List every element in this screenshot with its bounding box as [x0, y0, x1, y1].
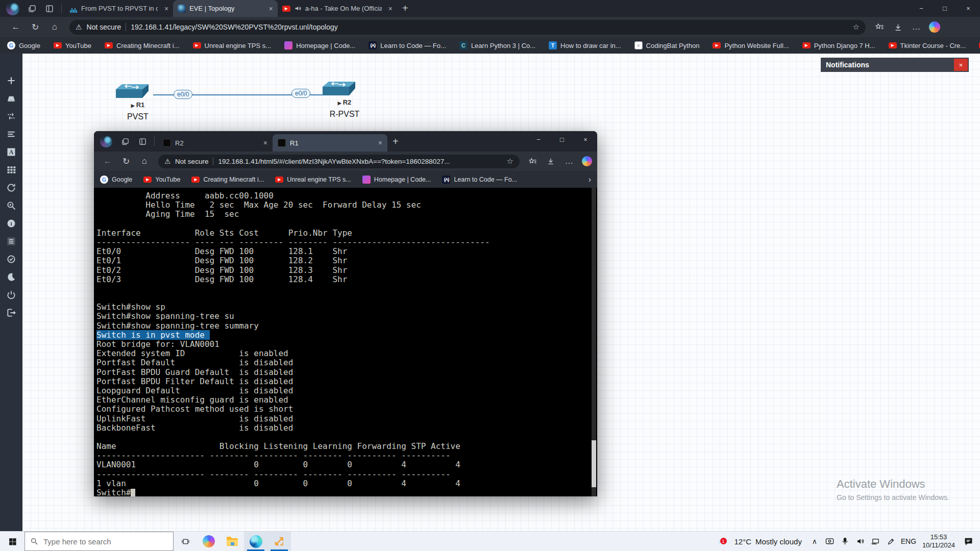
close-icon[interactable]: × [263, 139, 267, 147]
bookmarks-overflow-chevron-icon[interactable]: › [589, 175, 591, 184]
copilot-icon[interactable] [929, 21, 940, 33]
tab-r2[interactable]: R2 × [158, 135, 273, 151]
address-bar[interactable]: ⚠ Not secure 192.168.1.41/legacy/SW%20SW… [69, 20, 866, 35]
not-secure-warning-icon[interactable]: ⚠ [164, 157, 170, 165]
language-indicator[interactable]: ENG [899, 537, 918, 545]
minimize-button[interactable]: − [910, 0, 933, 17]
refresh-icon[interactable]: ↻ [27, 19, 44, 35]
bookmark-youtube[interactable]: YouTube [143, 176, 180, 183]
zoom-icon[interactable] [6, 200, 17, 211]
node-r1[interactable]: ▶R1 PVST [115, 83, 161, 121]
close-button[interactable]: × [957, 0, 980, 17]
node-r2[interactable]: ▶R2 R-PVST [322, 80, 368, 119]
interface-label-b[interactable]: e0/0 [291, 89, 310, 98]
info-icon[interactable]: i [6, 218, 17, 229]
edge-app-button[interactable] [244, 532, 267, 551]
home-icon[interactable]: ⌂ [46, 19, 63, 35]
network-icon[interactable] [868, 538, 884, 545]
close-icon[interactable]: × [378, 139, 382, 147]
eve-client-app-button[interactable] [267, 532, 291, 551]
start-button[interactable] [0, 532, 24, 551]
url-text[interactable]: 192.168.1.41/html5/#/client/MzI3NjkAYwBt… [218, 158, 502, 165]
back-icon[interactable]: ← [99, 154, 116, 169]
copilot-icon[interactable] [582, 156, 592, 166]
bookmark-item[interactable]: Unreal engine TPS s... [193, 42, 272, 49]
terminal-browser-window[interactable]: R2 × R1 × + − □ × ← ↻ ⌂ ⚠ Not secure 192… [94, 131, 597, 496]
not-secure-warning-icon[interactable]: ⚠ [76, 23, 82, 31]
moon-icon[interactable] [6, 271, 17, 283]
favorites-hub-icon[interactable] [871, 19, 888, 35]
align-lines-icon[interactable] [6, 129, 17, 140]
settings-more-icon[interactable]: … [908, 19, 925, 35]
maximize-button[interactable]: □ [933, 0, 957, 17]
downloads-icon[interactable] [889, 19, 906, 35]
bookmark-item[interactable]: Creating Minecraft i... [191, 176, 264, 183]
bookmark-item[interactable]: Learn to Code — Fo... [369, 41, 446, 49]
meet-now-icon[interactable] [822, 538, 838, 545]
bookmark-star-icon[interactable]: ☆ [507, 157, 513, 166]
refresh-icon[interactable] [6, 182, 17, 193]
tab-eve-topology[interactable]: EVE | Topology × [173, 0, 278, 17]
power-icon[interactable] [6, 289, 17, 300]
clock[interactable]: 15:53 10/11/2024 [918, 533, 959, 549]
bookmark-item[interactable]: Learn to Code — Fo... [442, 176, 517, 184]
link-arrows-icon[interactable] [6, 111, 17, 122]
audio-playing-icon[interactable] [294, 5, 302, 12]
microphone-icon[interactable] [838, 537, 853, 545]
vertical-tabs-icon[interactable] [134, 135, 151, 148]
speaker-icon[interactable] [853, 537, 868, 545]
close-icon[interactable]: × [164, 5, 168, 13]
bookmark-item[interactable]: Creating Minecraft i... [105, 42, 180, 49]
workspaces-icon[interactable] [23, 2, 41, 15]
add-icon[interactable] [6, 75, 17, 86]
downloads-icon[interactable] [542, 154, 559, 169]
tab-r1[interactable]: R1 × [273, 134, 387, 152]
switch-console-terminal[interactable]: Address aabb.cc00.1000 Hello Time 2 sec … [94, 188, 597, 496]
settings-more-icon[interactable]: … [560, 154, 578, 169]
check-circle-icon[interactable] [6, 254, 17, 265]
bookmark-google[interactable]: Google [100, 176, 132, 184]
file-explorer-button[interactable] [220, 532, 244, 551]
url-text[interactable]: 192.168.1.41/legacy/SW%20SW%20PVST%20rpv… [131, 23, 848, 31]
list-icon[interactable] [6, 236, 17, 247]
text-a-icon[interactable]: A [6, 146, 17, 158]
workspaces-icon[interactable] [116, 135, 134, 148]
terminal-scrollbar[interactable] [592, 188, 596, 496]
back-icon[interactable]: ← [7, 19, 24, 35]
taskbar-search[interactable] [24, 532, 174, 551]
close-icon[interactable]: × [388, 5, 393, 13]
bookmark-item[interactable]: Homepage | Code... [284, 41, 355, 49]
maximize-button[interactable]: □ [550, 131, 574, 148]
close-button[interactable]: × [574, 131, 597, 148]
search-input[interactable] [43, 537, 156, 546]
refresh-icon[interactable]: ↻ [117, 154, 135, 169]
bookmark-youtube[interactable]: YouTube [54, 42, 91, 49]
node-icon[interactable] [6, 93, 17, 104]
bookmark-item[interactable]: How to draw car in... [549, 41, 621, 49]
interface-label-a[interactable]: e0/0 [174, 90, 192, 99]
copilot-app-button[interactable] [197, 532, 220, 551]
pen-icon[interactable] [884, 538, 899, 545]
bookmark-item[interactable]: Learn Python 3 | Co... [459, 41, 535, 49]
vertical-tabs-icon[interactable] [41, 2, 58, 15]
bookmark-item[interactable]: Homepage | Code... [362, 176, 431, 184]
grid-icon[interactable] [6, 164, 17, 176]
home-icon[interactable]: ⌂ [136, 154, 153, 169]
scrollbar-thumb[interactable] [592, 440, 596, 487]
bookmark-item[interactable]: Python Website Full... [713, 42, 789, 49]
tab-pvst-article[interactable]: From PVST to RPVST in cisco swit... × [65, 0, 173, 17]
notifications-close-button[interactable]: × [954, 59, 968, 71]
favorites-hub-icon[interactable] [524, 154, 541, 169]
bookmark-star-icon[interactable]: ☆ [853, 22, 860, 32]
bookmark-item[interactable]: Python Django 7 H... [802, 42, 875, 49]
bookmark-item[interactable]: Tkinter Course - Cre... [889, 42, 966, 49]
logout-icon[interactable] [6, 307, 17, 318]
bookmark-item[interactable]: CodingBat Python [634, 41, 700, 49]
bookmark-google[interactable]: Google [7, 41, 40, 49]
address-bar[interactable]: ⚠ Not secure 192.168.1.41/html5/#/client… [158, 155, 520, 168]
tray-chevron-up-icon[interactable]: ∧ [807, 537, 822, 545]
minimize-button[interactable]: − [527, 131, 550, 148]
new-tab-button[interactable]: + [393, 136, 399, 147]
new-tab-button[interactable]: + [402, 3, 408, 14]
weather-widget[interactable]: 1 12°C Mostly cloudy [712, 536, 807, 546]
